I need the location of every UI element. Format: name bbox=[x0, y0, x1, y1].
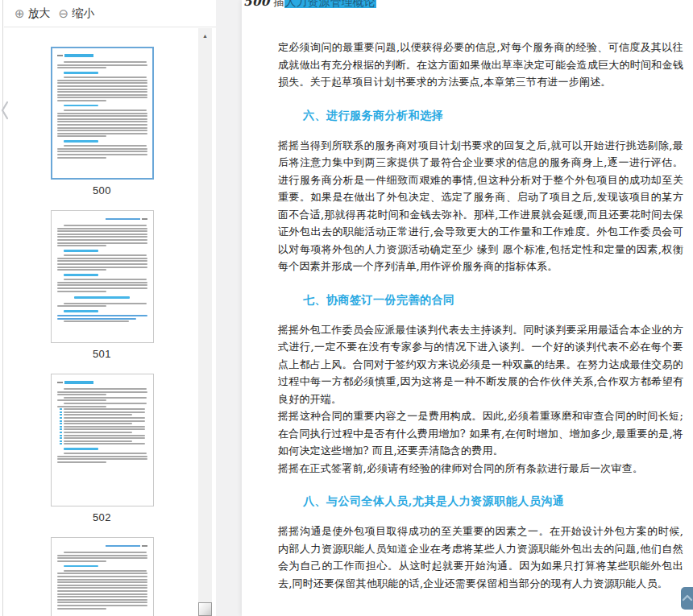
thumb-text-line bbox=[57, 133, 147, 134]
thumb-text-line bbox=[64, 279, 147, 280]
thumb-bullet-icon bbox=[60, 414, 62, 415]
thumb-text-line bbox=[64, 570, 147, 572]
section-heading: 八、与公司全体人员,尤其是人力资源职能人员沟通 bbox=[278, 493, 683, 510]
thumb-text-line bbox=[57, 269, 107, 271]
thumb-bullet-icon bbox=[60, 432, 62, 433]
thumb-text-line bbox=[57, 148, 147, 150]
thumb-text-line bbox=[57, 242, 147, 244]
thumb-list-line bbox=[64, 408, 145, 410]
thumb-text-line bbox=[57, 555, 147, 556]
thumb-bullet-icon bbox=[60, 417, 62, 419]
thumb-text-line bbox=[57, 291, 107, 292]
back-to-top-button[interactable] bbox=[681, 587, 693, 610]
thumb-text-line bbox=[57, 228, 147, 229]
scroll-up-button[interactable]: ▲ bbox=[198, 30, 212, 41]
thumb-text-line bbox=[57, 234, 147, 235]
running-head: 500 插人力资源管理概论 bbox=[243, 0, 683, 10]
header-highlighted-title: 人力资源管理概论 bbox=[284, 0, 376, 8]
thumb-text-line bbox=[57, 406, 107, 407]
thumb-page-header bbox=[57, 217, 147, 221]
header-page-number: 500 bbox=[243, 0, 270, 9]
chevron-left-icon bbox=[0, 100, 10, 121]
arrow-up-icon bbox=[682, 593, 693, 604]
thumbnail-item: 501 bbox=[51, 210, 154, 360]
thumb-header-link bbox=[106, 218, 140, 220]
thumb-list-row bbox=[60, 443, 147, 444]
thumb-text-line bbox=[57, 260, 147, 262]
body-paragraph: 摇摇当得到所联系的服务商对项目计划书要求的回复之后,就可以开始进行挑选剔除,最后… bbox=[278, 137, 683, 275]
body-paragraph: 摇摇外包工作委员会应派最佳谈判代表去主持谈判。同时谈判要采用最适合本企业的方式进… bbox=[278, 321, 683, 408]
thumb-text-line bbox=[57, 585, 147, 586]
thumb-heading-line bbox=[64, 565, 98, 568]
thumb-header-number bbox=[142, 545, 147, 547]
thumb-bullet-icon bbox=[60, 428, 62, 430]
thumb-bullet-icon bbox=[60, 443, 62, 444]
page-thumbnail[interactable] bbox=[51, 47, 154, 180]
thumb-list-line bbox=[64, 432, 132, 433]
thumb-text-line bbox=[57, 135, 107, 137]
viewer-background bbox=[216, 0, 242, 616]
body-paragraph: 摇摇沟通是使外包项目取得成功的至关重要的因素之一。在开始设计外包方案的时候,内部… bbox=[278, 523, 683, 592]
zoom-out-label: 缩小 bbox=[72, 6, 94, 21]
page-number-label: 501 bbox=[51, 348, 154, 360]
thumb-bullet-icon bbox=[60, 411, 62, 413]
thumb-text-line bbox=[57, 97, 147, 98]
thumb-text-line bbox=[57, 573, 147, 574]
thumb-bullet-icon bbox=[60, 423, 62, 424]
thumb-text-line bbox=[64, 303, 147, 304]
thumb-center-heading-line bbox=[74, 296, 130, 300]
zoom-in-button[interactable]: ⊕ 放大 bbox=[15, 6, 51, 21]
thumb-list-line bbox=[64, 435, 145, 436]
thumb-text-line bbox=[64, 552, 147, 553]
thumb-text-line bbox=[57, 599, 147, 601]
thumb-list-line bbox=[64, 420, 145, 422]
page-thumbnail[interactable] bbox=[51, 374, 154, 506]
thumb-list-row bbox=[60, 432, 147, 433]
thumb-text-line bbox=[57, 236, 147, 238]
thumb-text-line bbox=[57, 602, 147, 603]
thumb-text-line bbox=[57, 596, 147, 597]
thumb-header-number bbox=[142, 218, 147, 220]
thumbnail-list: 500501502 bbox=[4, 28, 200, 616]
thumb-heading-line bbox=[64, 274, 98, 276]
thumb-text-line bbox=[57, 151, 147, 152]
thumb-text-line bbox=[57, 121, 147, 122]
scrollbar-thumb[interactable] bbox=[198, 602, 212, 616]
thumb-list-row bbox=[60, 435, 147, 436]
thumb-text-line bbox=[64, 145, 147, 147]
thumb-text-line bbox=[57, 124, 147, 126]
thumb-bullet-icon bbox=[60, 426, 62, 428]
thumb-text-line bbox=[57, 100, 107, 101]
thumb-list-row bbox=[60, 408, 147, 410]
thumb-heading-line bbox=[64, 72, 98, 74]
thumb-text-line bbox=[57, 461, 107, 463]
thumb-list-row bbox=[60, 411, 147, 413]
thumb-bullet-icon bbox=[60, 440, 62, 442]
page-thumbnail[interactable] bbox=[51, 210, 154, 343]
thumb-heading-line bbox=[64, 140, 98, 143]
document-page: 500 插人力资源管理概论 定必须询问的最重要问题,以便获得必要的信息,对每个服… bbox=[242, 0, 693, 616]
thumb-text-line bbox=[57, 154, 147, 155]
sidebar-scrollbar[interactable]: ▲ bbox=[198, 28, 212, 616]
thumb-heading-line bbox=[64, 448, 98, 450]
zoom-out-icon: ⊖ bbox=[59, 7, 69, 19]
body-paragraph: 摇摇这种合同的重要内容之一是费用构成。因此,必须着重琢磨和审查合同的时间长短;在… bbox=[278, 407, 683, 460]
zoom-in-label: 放大 bbox=[28, 6, 51, 21]
thumb-text-line bbox=[57, 91, 147, 93]
thumb-text-line bbox=[64, 403, 147, 404]
thumb-text-line bbox=[57, 64, 147, 66]
zoom-out-button[interactable]: ⊖ 缩小 bbox=[59, 6, 95, 21]
thumb-text-line bbox=[57, 118, 147, 120]
thumb-text-line bbox=[64, 388, 147, 390]
page-thumbnail[interactable] bbox=[51, 537, 154, 616]
thumb-text-line bbox=[57, 89, 147, 90]
thumb-text-line bbox=[57, 239, 147, 241]
thumb-bullet-icon bbox=[60, 435, 62, 436]
zoom-in-icon: ⊕ bbox=[15, 7, 25, 19]
thumb-text-line bbox=[57, 287, 147, 289]
thumb-text-line bbox=[57, 115, 147, 117]
thumb-text-line bbox=[57, 282, 147, 283]
thumb-text-line bbox=[57, 82, 147, 84]
thumb-bullet-icon bbox=[60, 408, 62, 410]
collapse-sidebar-handle[interactable] bbox=[0, 100, 10, 121]
